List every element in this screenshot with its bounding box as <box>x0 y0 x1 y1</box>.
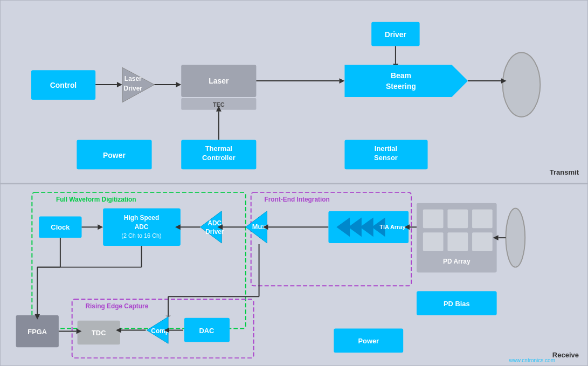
svg-text:Front-End Integration: Front-End Integration <box>264 196 329 203</box>
transmit-label: Transmit <box>550 168 579 176</box>
svg-text:Power: Power <box>358 337 379 345</box>
svg-text:High Speed: High Speed <box>124 214 159 222</box>
receive-label: Receive <box>552 351 579 359</box>
svg-text:PD Bias: PD Bias <box>444 300 470 308</box>
svg-marker-64 <box>372 217 385 237</box>
svg-rect-74 <box>472 232 493 251</box>
svg-text:(2 Ch to 16 Ch): (2 Ch to 16 Ch) <box>121 232 161 239</box>
svg-marker-4 <box>122 67 155 102</box>
svg-text:Steering: Steering <box>386 82 416 91</box>
svg-rect-32 <box>344 140 427 169</box>
transmit-svg: Control Laser Driver Laser TEC Thermal <box>1 1 587 183</box>
svg-marker-56 <box>246 211 267 243</box>
svg-marker-59 <box>263 224 268 230</box>
svg-marker-94 <box>116 328 121 333</box>
svg-text:Mux: Mux <box>252 223 267 231</box>
svg-marker-62 <box>348 217 362 237</box>
svg-text:Comp: Comp <box>151 327 169 335</box>
svg-rect-71 <box>472 210 493 229</box>
svg-text:FPGA: FPGA <box>27 328 47 336</box>
svg-marker-31 <box>501 78 507 84</box>
svg-rect-70 <box>447 210 468 229</box>
svg-rect-45 <box>103 209 181 246</box>
svg-text:Driver: Driver <box>205 228 224 236</box>
svg-text:Power: Power <box>103 151 126 160</box>
svg-marker-67 <box>404 224 410 230</box>
svg-text:Laser: Laser <box>124 75 142 82</box>
svg-text:DAC: DAC <box>199 327 214 335</box>
svg-marker-25 <box>393 64 398 69</box>
svg-marker-84 <box>77 329 82 334</box>
svg-rect-39 <box>72 299 254 358</box>
svg-point-29 <box>503 52 541 116</box>
svg-rect-11 <box>181 98 256 110</box>
svg-rect-103 <box>417 291 497 315</box>
svg-text:TDC: TDC <box>92 329 106 337</box>
svg-text:Beam: Beam <box>391 71 411 80</box>
svg-text:ADC: ADC <box>135 223 149 231</box>
svg-marker-102 <box>165 316 171 317</box>
svg-rect-22 <box>371 22 419 46</box>
svg-text:Laser: Laser <box>209 77 229 85</box>
svg-marker-14 <box>216 106 222 112</box>
svg-text:ADC: ADC <box>207 219 222 227</box>
svg-marker-78 <box>493 235 499 240</box>
svg-text:Driver: Driver <box>385 30 407 39</box>
svg-rect-0 <box>31 70 95 100</box>
svg-marker-98 <box>164 328 169 333</box>
svg-text:TEC: TEC <box>213 101 225 108</box>
svg-text:Control: Control <box>50 81 77 89</box>
svg-text:PD Array: PD Array <box>443 258 471 265</box>
svg-point-76 <box>506 209 525 267</box>
svg-text:Controller: Controller <box>202 154 236 162</box>
svg-marker-50 <box>175 224 181 230</box>
svg-text:Driver: Driver <box>124 85 143 92</box>
svg-marker-21 <box>340 78 345 84</box>
svg-marker-91 <box>147 317 168 344</box>
receive-section: Receive www.cntronics.com Full Waveform … <box>0 183 588 366</box>
svg-text:Thermal: Thermal <box>205 144 232 153</box>
svg-text:Sensor: Sensor <box>374 154 398 162</box>
svg-marker-44 <box>98 224 103 230</box>
svg-marker-51 <box>200 211 222 243</box>
svg-rect-41 <box>39 216 81 238</box>
svg-rect-18 <box>77 140 151 169</box>
svg-text:Full Waveform Digitization: Full Waveform Digitization <box>56 196 136 203</box>
svg-rect-37 <box>251 192 411 286</box>
svg-text:TIA Array: TIA Array <box>379 224 405 230</box>
svg-rect-79 <box>16 315 59 347</box>
svg-text:Rising Edge Capture: Rising Edge Capture <box>85 302 148 310</box>
watermark: www.cntronics.com <box>509 357 555 363</box>
svg-rect-105 <box>334 329 403 353</box>
svg-rect-72 <box>423 232 444 251</box>
svg-rect-73 <box>447 232 468 251</box>
svg-rect-15 <box>181 140 256 169</box>
svg-rect-69 <box>423 210 444 229</box>
transmit-section: Transmit Control Laser Driver Laser TEC <box>0 0 588 183</box>
svg-rect-68 <box>417 203 497 273</box>
svg-marker-3 <box>117 82 122 87</box>
svg-rect-60 <box>328 211 409 243</box>
svg-rect-9 <box>181 65 256 97</box>
main-container: Transmit Control Laser Driver Laser TEC <box>0 0 588 366</box>
svg-marker-26 <box>344 65 468 97</box>
receive-svg: Full Waveform Digitization Front-End Int… <box>1 184 587 365</box>
svg-rect-81 <box>78 321 120 345</box>
svg-marker-61 <box>336 217 350 237</box>
svg-marker-88 <box>34 314 40 320</box>
svg-text:Inertial: Inertial <box>375 144 397 153</box>
svg-rect-95 <box>184 318 230 342</box>
svg-text:Clock: Clock <box>51 223 70 231</box>
svg-marker-55 <box>217 224 223 230</box>
svg-rect-35 <box>32 192 245 329</box>
svg-marker-63 <box>360 217 373 237</box>
svg-marker-8 <box>176 82 181 87</box>
